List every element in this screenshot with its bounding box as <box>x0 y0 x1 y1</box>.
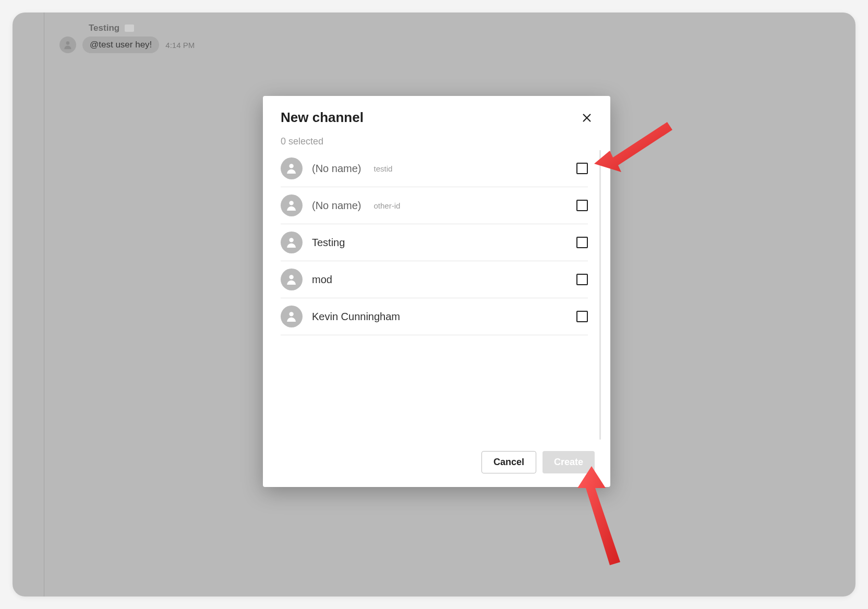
chat-sender-name: Testing <box>89 23 119 33</box>
modal-title: New channel <box>281 109 364 126</box>
svg-point-3 <box>290 238 294 242</box>
user-row[interactable]: (No name)testid <box>281 150 588 187</box>
user-checkbox[interactable] <box>576 274 588 285</box>
person-icon <box>285 310 298 323</box>
user-avatar <box>281 194 303 216</box>
svg-point-5 <box>290 312 294 316</box>
user-name: Kevin Cunningham <box>312 311 400 323</box>
user-checkbox[interactable] <box>576 163 588 174</box>
user-checkbox[interactable] <box>576 237 588 248</box>
user-name: (No name) <box>312 163 361 175</box>
selected-count: 0 selected <box>263 133 610 150</box>
chat-timestamp: 4:14 PM <box>165 41 195 50</box>
user-subtext: testid <box>373 164 392 173</box>
svg-point-2 <box>290 201 294 205</box>
user-row[interactable]: mod <box>281 261 588 298</box>
user-avatar <box>281 232 303 253</box>
user-avatar <box>281 157 303 179</box>
person-icon <box>285 273 298 286</box>
create-button[interactable]: Create <box>542 451 595 473</box>
user-row[interactable]: Testing <box>281 224 588 261</box>
user-avatar <box>281 306 303 327</box>
close-icon <box>581 112 593 124</box>
user-subtext: other-id <box>373 201 400 210</box>
cancel-button[interactable]: Cancel <box>481 451 536 473</box>
person-icon <box>285 162 298 175</box>
new-channel-modal: New channel 0 selected (No name)testid(N… <box>263 96 610 487</box>
person-icon <box>63 40 73 50</box>
user-row[interactable]: Kevin Cunningham <box>281 298 588 335</box>
svg-point-1 <box>290 164 294 168</box>
person-icon <box>285 199 298 212</box>
svg-point-4 <box>290 275 294 279</box>
user-name: (No name) <box>312 200 361 212</box>
app-frame: Testing @test user hey! 4:14 PM New chan… <box>13 13 855 596</box>
user-name: mod <box>312 274 332 286</box>
sender-badge-icon <box>125 25 134 32</box>
user-list[interactable]: (No name)testid(No name)other-idTestingm… <box>281 150 601 440</box>
user-checkbox[interactable] <box>576 311 588 322</box>
user-name: Testing <box>312 237 345 249</box>
chat-avatar <box>59 36 76 53</box>
user-avatar <box>281 269 303 290</box>
user-row[interactable]: (No name)other-id <box>281 187 588 224</box>
chat-message-block: Testing @test user hey! 4:14 PM <box>59 23 195 53</box>
chat-message-pill[interactable]: @test user hey! <box>82 36 159 53</box>
svg-point-0 <box>66 41 70 45</box>
left-gutter-line <box>44 13 44 596</box>
user-checkbox[interactable] <box>576 200 588 211</box>
close-button[interactable] <box>579 110 595 126</box>
person-icon <box>285 236 298 249</box>
